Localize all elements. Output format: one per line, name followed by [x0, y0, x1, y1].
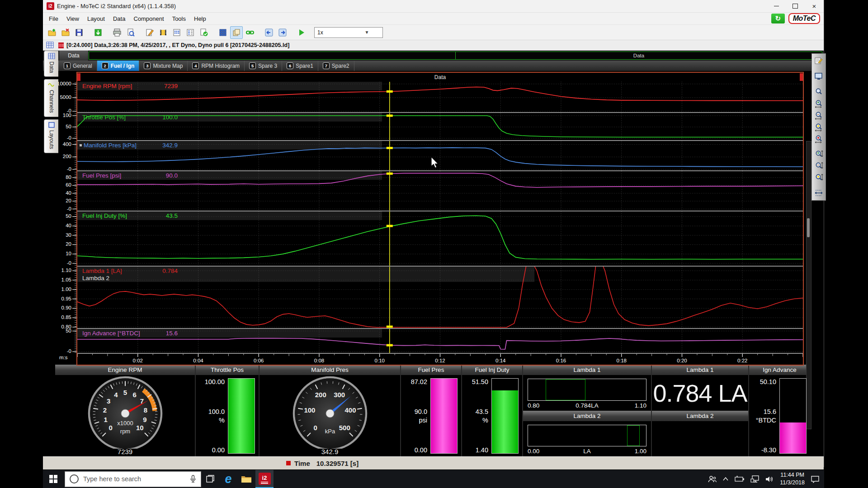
channel-label[interactable]: Lambda 1 [LA]	[82, 267, 122, 274]
toolbar-grid-button[interactable]	[217, 26, 229, 39]
channel-label[interactable]: Fuel Pres [psi]	[82, 172, 121, 179]
svg-text:0: 0	[108, 424, 112, 432]
zoomtool-zoom-marked-h-button[interactable]	[813, 133, 824, 144]
toolbar-print-button[interactable]	[111, 26, 123, 39]
zoomtool-zoom-cursor-h-button[interactable]	[813, 122, 824, 132]
data-table-icon[interactable]	[46, 42, 54, 49]
print-preview-icon	[126, 28, 135, 37]
lambda1-big-value: 0.784 LA	[652, 375, 748, 411]
playback-speed-select[interactable]: 1x ▼	[314, 27, 383, 38]
toolbar-open-add-button[interactable]	[46, 26, 58, 39]
chart-panel-fuel-inj-duty[interactable]: Fuel Inj Duty [%]43.5	[77, 211, 803, 266]
toolbar-nav-forward-button[interactable]	[276, 26, 289, 39]
toolbar-export-button[interactable]	[92, 26, 104, 39]
close-button[interactable]: ×	[805, 0, 824, 12]
chart-panel-lambda-1-la[interactable]: Lambda 1 [LA]0.784Lambda 2	[77, 267, 803, 328]
taskbar-search[interactable]: Type here to search	[65, 471, 201, 487]
grid-icon	[218, 28, 227, 37]
svg-text:0:20: 0:20	[677, 358, 687, 363]
sidebar: DataChannelsLayouts	[44, 51, 58, 155]
people-icon[interactable]	[708, 475, 717, 483]
microphone-icon[interactable]	[190, 475, 196, 483]
file-explorer-button[interactable]	[237, 470, 255, 488]
chart-panel-engine-rpm-rpm[interactable]: Engine RPM [rpm]7239	[77, 82, 803, 112]
edge-browser-button[interactable]: e	[219, 470, 237, 488]
zoomtool-zoom-in-h-button[interactable]: +	[813, 98, 824, 109]
battery-icon[interactable]	[735, 476, 745, 482]
volume-icon[interactable]	[765, 476, 774, 483]
tab-spare-3[interactable]: 5Spare 3	[245, 61, 282, 71]
svg-text:x1000: x1000	[117, 420, 133, 427]
toolbar-table-button[interactable]	[170, 26, 183, 39]
engine-rpm-value: 7239	[55, 448, 195, 455]
svg-text:9: 9	[143, 416, 146, 423]
tab-spare1[interactable]: 6Spare1	[282, 61, 318, 71]
restore-button[interactable]	[786, 0, 805, 12]
toolbar-windows-button[interactable]	[230, 26, 243, 39]
channel-label-secondary[interactable]: Lambda 2	[82, 275, 109, 282]
channel-label[interactable]: Throttle Pos [%]	[82, 114, 126, 121]
toolbar-save-button[interactable]	[73, 26, 85, 39]
menu-layout[interactable]: Layout	[83, 14, 109, 24]
tab-mixture-map[interactable]: 3Mixture Map	[139, 61, 188, 71]
svg-text:0:14: 0:14	[495, 358, 506, 363]
channel-label[interactable]: Manifold Pres [kPa]	[84, 142, 137, 149]
log-file-description[interactable]: [0:24.000] Data,3:26:38 PM, 4/25/2017, ,…	[66, 42, 289, 48]
y-tick-label: -0	[53, 206, 71, 211]
sync-icon[interactable]: ↻	[771, 14, 785, 23]
zoomtool-zoom-cursor-v-button[interactable]	[813, 172, 824, 183]
toolbar-nav-back-button[interactable]	[263, 26, 275, 39]
data-pane-tab[interactable]: Data	[59, 51, 89, 61]
tab-spare2[interactable]: 7Spare2	[318, 61, 354, 71]
action-center-icon[interactable]	[811, 475, 820, 483]
toolbar-close-file-button[interactable]	[59, 26, 72, 39]
zoomtool-zoom-search-button[interactable]	[813, 86, 824, 97]
start-button[interactable]	[43, 470, 64, 488]
pane-right[interactable]: Data	[455, 52, 822, 59]
sidebar-tab-data[interactable]: Data	[44, 51, 58, 77]
menu-view[interactable]: View	[62, 14, 83, 24]
channel-label[interactable]: Ign Advance [°BTDC]	[82, 330, 140, 337]
tab-general[interactable]: 1General	[59, 61, 97, 71]
zoomtool-notes-button[interactable]	[813, 56, 824, 66]
y-tick-label: 60	[53, 182, 71, 188]
y-tick-label: 0.85	[53, 314, 71, 320]
menu-help[interactable]: Help	[190, 14, 210, 24]
pane-left[interactable]	[89, 52, 455, 59]
toolbar-verify-button[interactable]	[198, 26, 210, 39]
sidebar-tab-layouts[interactable]: Layouts	[44, 119, 58, 153]
i2-app-button[interactable]: i2	[255, 470, 274, 488]
task-view-button[interactable]	[201, 470, 219, 488]
toolbar-edit-button[interactable]	[143, 26, 156, 39]
chart-panel-ign-advance-btdc[interactable]: Ign Advance [°BTDC]15.6	[77, 329, 803, 353]
time-axis-unit: m:s	[59, 355, 68, 360]
taskbar-clock[interactable]: 11:44 PM 11/3/2018	[780, 471, 805, 487]
toolbar-properties-button[interactable]	[184, 26, 197, 39]
tray-expand-icon[interactable]	[722, 477, 729, 481]
network-icon[interactable]	[750, 475, 760, 483]
tab-fuel-ign[interactable]: 2Fuel / Ign	[97, 61, 140, 71]
fuel-inj-duty-min-label: 1.40	[476, 446, 488, 454]
zoomtool-display-button[interactable]	[813, 71, 824, 82]
toolbar-print-preview-button[interactable]	[124, 26, 137, 39]
toolbar-film-button[interactable]	[157, 26, 170, 39]
channel-label[interactable]: Engine RPM [rpm]	[82, 83, 132, 89]
minimize-button[interactable]	[767, 0, 786, 12]
channel-label[interactable]: Fuel Inj Duty [%]	[82, 212, 127, 219]
scrollbar-thumb[interactable]	[807, 218, 810, 237]
menu-file[interactable]: File	[45, 14, 62, 24]
zoomtool-zoom-in-v-button[interactable]: +	[813, 149, 824, 160]
zoomtool-zoom-out-v-button[interactable]: −	[813, 160, 824, 171]
zoomtool-zoom-out-h-button[interactable]: −	[813, 110, 824, 121]
menu-tools[interactable]: Tools	[168, 14, 190, 24]
chart-panel-throttle-pos[interactable]: Throttle Pos [%]100.0	[77, 113, 803, 140]
chart-panel-fuel-pres-psi[interactable]: Fuel Pres [psi]90.0	[77, 171, 803, 211]
toolbar-play-button[interactable]	[295, 26, 308, 39]
menu-component[interactable]: Component	[129, 14, 168, 24]
chart-plot-area[interactable]: DataEngine RPM [rpm]7239Throttle Pos [%]…	[76, 72, 804, 366]
tab-rpm-histogram[interactable]: 4RPM Histogram	[188, 61, 245, 71]
sidebar-tab-channels[interactable]: Channels	[44, 79, 58, 117]
zoomtool-zoom-ruler-button[interactable]	[813, 188, 824, 198]
menu-data[interactable]: Data	[109, 14, 129, 24]
toolbar-link-button[interactable]	[244, 26, 256, 39]
